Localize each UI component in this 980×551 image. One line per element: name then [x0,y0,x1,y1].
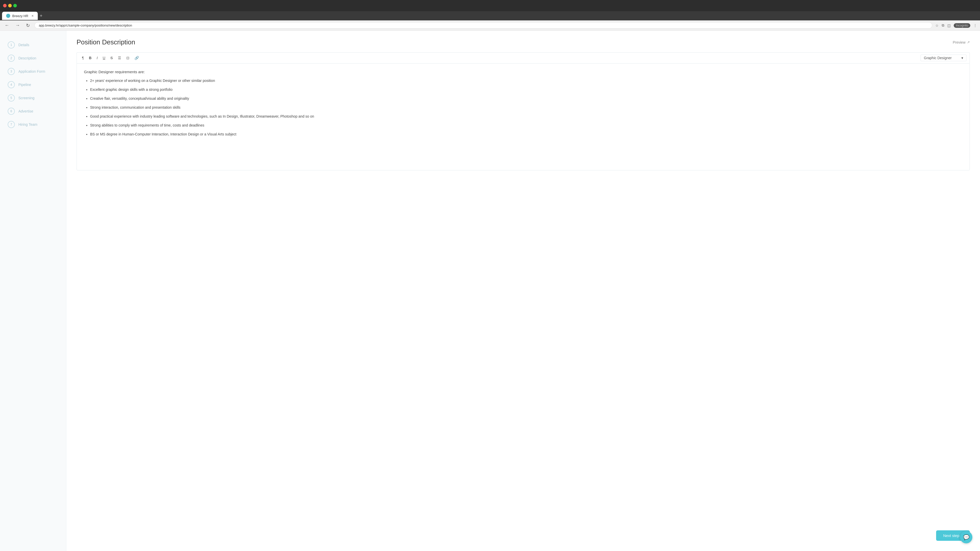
sidebar-label-details: Details [18,43,29,47]
list-icon: ☰ [118,56,121,60]
preview-link[interactable]: Preview ↗ [953,40,970,44]
bold-icon: B [89,56,92,60]
step-circle-1: 1 [8,41,15,48]
chevron-down-icon: ▾ [961,56,963,60]
incognito-badge: Incognito [954,23,970,28]
refresh-button[interactable]: ↻ [24,22,32,29]
browser-titlebar [0,0,980,11]
italic-icon: I [97,56,98,60]
close-window-button[interactable] [3,4,6,7]
step-circle-6: 6 [8,108,15,115]
underline-button[interactable]: U [101,55,107,61]
requirements-list: 2+ years' experience of working on a Gra… [84,78,963,137]
active-tab[interactable]: Breezy HR ✕ [2,12,38,20]
list-item: 2+ years' experience of working on a Gra… [90,78,963,83]
menu-icon[interactable]: ⋮ [974,24,977,27]
address-extras: ☆ ⧉ ◫ Incognito ⋮ [935,23,977,28]
address-bar: ← → ↻ ☆ ⧉ ◫ Incognito ⋮ [0,21,980,30]
main-content: Position Description Preview ↗ ¶ B I U S… [66,30,980,551]
sidebar-label-advertise: Advertise [18,109,33,113]
tab-close-button[interactable]: ✕ [32,14,34,17]
sidebar-item-pipeline[interactable]: 4 Pipeline [0,78,66,91]
sidebar-item-description[interactable]: 2 Description [0,52,66,65]
list-item: Good practical experience with industry … [90,114,963,119]
sidebar-item-details[interactable]: 1 Details [0,38,66,52]
editor-content[interactable]: Graphic Designer requirements are: 2+ ye… [76,63,970,170]
underline-icon: U [103,56,105,60]
minimize-window-button[interactable] [8,4,12,7]
sidebar-item-advertise[interactable]: 6 Advertise [0,105,66,118]
link-button[interactable]: 🔗 [132,55,141,61]
sidebar-item-application-form[interactable]: 3 Application Form [0,65,66,78]
back-button[interactable]: ← [3,22,11,29]
page-title: Position Description [76,38,135,46]
paragraph-button[interactable]: ¶ [80,55,86,61]
list-item: Excellent graphic design skills with a s… [90,87,963,92]
bold-button[interactable]: B [87,55,94,61]
step-circle-3: 3 [8,68,15,75]
strikethrough-icon: S [110,56,113,60]
template-select[interactable]: Graphic Designer ▾ [921,55,966,61]
link-icon: 🔗 [135,56,139,60]
sidebar-label-description: Description [18,56,36,60]
image-button[interactable]: ⊡ [124,55,131,61]
window-controls [3,4,17,7]
sidebar-label-pipeline: Pipeline [18,83,31,87]
preview-label: Preview [953,40,966,44]
new-tab-button[interactable]: + [40,13,43,19]
chat-bubble-button[interactable]: 💬 [960,531,972,543]
forward-button[interactable]: → [14,22,21,29]
sidebar: 1 Details 2 Description 3 Application Fo… [0,30,66,551]
page-header: Position Description Preview ↗ [76,38,970,46]
list-item: Creative flair, versatility, conceptual/… [90,96,963,101]
external-link-icon: ↗ [967,40,970,44]
sidebar-item-screening[interactable]: 5 Screening [0,91,66,105]
next-step-label: Next step [943,534,959,538]
list-button[interactable]: ☰ [116,55,123,61]
tab-bar: Breezy HR ✕ + [0,11,980,21]
editor-toolbar: ¶ B I U S ☰ ⊡ 🔗 Graphic [76,52,970,63]
image-icon: ⊡ [126,56,129,60]
step-circle-4: 4 [8,81,15,88]
extensions-icon[interactable]: ⧉ [942,23,944,27]
italic-button[interactable]: I [95,55,100,61]
tab-favicon [6,14,10,18]
url-input[interactable] [35,22,932,29]
bookmark-icon[interactable]: ☆ [935,24,939,27]
step-circle-2: 2 [8,55,15,62]
template-label: Graphic Designer [924,56,952,60]
sidebar-label-hiring-team: Hiring Team [18,122,37,127]
app-layout: 1 Details 2 Description 3 Application Fo… [0,30,980,551]
chat-icon: 💬 [963,534,969,540]
sidebar-item-hiring-team[interactable]: 7 Hiring Team [0,118,66,131]
strikethrough-button[interactable]: S [108,55,115,61]
tab-title: Breezy HR [12,14,28,18]
step-circle-7: 7 [8,121,15,128]
list-item: Strong abilities to comply with requirem… [90,123,963,128]
list-item: BS or MS degree in Human-Computer Intera… [90,132,963,137]
step-circle-5: 5 [8,94,15,102]
profile-icon[interactable]: ◫ [947,24,951,27]
list-item: Strong interaction, communication and pr… [90,105,963,110]
editor-heading: Graphic Designer requirements are: [84,70,963,74]
maximize-window-button[interactable] [13,4,17,7]
sidebar-label-screening: Screening [18,96,35,100]
sidebar-label-application-form: Application Form [18,69,45,73]
